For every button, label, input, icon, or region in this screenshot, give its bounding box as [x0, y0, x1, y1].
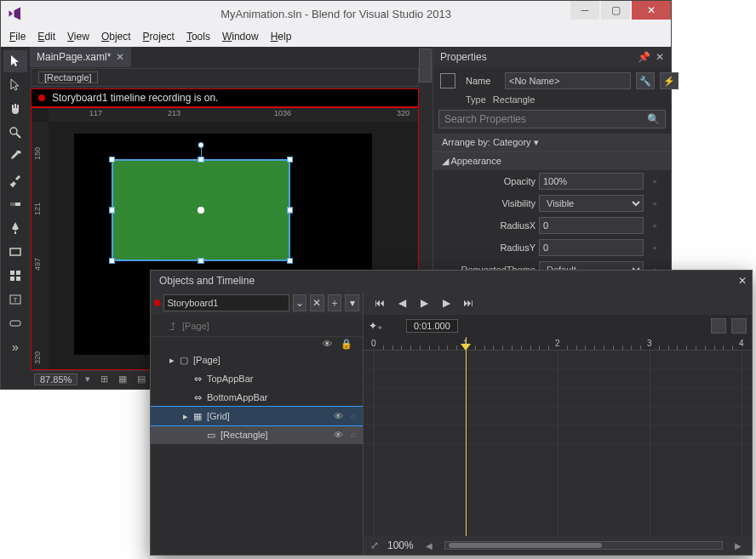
pen-tool-icon[interactable]: [3, 217, 27, 239]
maximize-button[interactable]: ▢: [601, 1, 630, 20]
pan-tool-icon[interactable]: [3, 98, 27, 120]
breadcrumb-item[interactable]: [Rectangle]: [38, 71, 98, 83]
timeline-close-icon[interactable]: ✕: [738, 275, 747, 287]
grid-icon[interactable]: ▦: [116, 374, 129, 385]
layout-tool-icon[interactable]: [3, 265, 27, 287]
titlebar[interactable]: MyAnimation.sln - Blend for Visual Studi…: [1, 1, 671, 26]
property-marker-icon[interactable]: ▫: [647, 176, 662, 186]
playhead-icon[interactable]: [461, 344, 471, 351]
resize-handle[interactable]: [287, 157, 293, 163]
timeline-expand-icon[interactable]: ⤢: [370, 539, 379, 551]
property-marker-icon[interactable]: ▫: [647, 198, 662, 208]
search-properties[interactable]: Search Properties 🔍: [438, 110, 666, 128]
scope-up-icon[interactable]: ⮥: [168, 321, 177, 331]
scrollbar-thumb[interactable]: [449, 543, 602, 548]
playhead-line[interactable]: [466, 337, 467, 536]
prev-frame-icon[interactable]: ◀: [392, 294, 411, 311]
center-point-icon[interactable]: [198, 207, 204, 214]
current-time[interactable]: 0:01.000: [406, 319, 458, 333]
resize-handle[interactable]: [109, 208, 115, 214]
goto-first-icon[interactable]: ⏮: [370, 294, 389, 311]
category-appearance[interactable]: ◢ Appearance: [433, 151, 671, 170]
arrange-by[interactable]: Arrange by: Category ▾: [433, 134, 671, 151]
track-row[interactable]: [364, 351, 752, 369]
scroll-left-icon[interactable]: ◀: [422, 541, 436, 550]
name-input[interactable]: [505, 72, 631, 89]
next-frame-icon[interactable]: ▶: [437, 294, 455, 311]
resize-handle[interactable]: [109, 157, 115, 163]
property-marker-icon[interactable]: ▫: [647, 220, 662, 231]
gradient-tool-icon[interactable]: [3, 193, 27, 215]
assets-tool-icon[interactable]: »: [3, 336, 27, 358]
radiusy-input[interactable]: [539, 239, 644, 256]
menu-window[interactable]: Window: [217, 29, 264, 44]
zoom-value[interactable]: 87.85%: [34, 374, 77, 385]
menu-view[interactable]: View: [62, 29, 94, 44]
menu-help[interactable]: Help: [266, 29, 297, 44]
scroll-right-icon[interactable]: ▶: [731, 541, 745, 550]
reset-name-icon[interactable]: 🔧: [636, 72, 655, 89]
rectangle-tool-icon[interactable]: [3, 241, 27, 263]
minimize-button[interactable]: ─: [570, 1, 599, 20]
tab-close-icon[interactable]: ✕: [116, 51, 124, 63]
events-icon[interactable]: ⚡: [660, 72, 679, 89]
play-icon[interactable]: ▶: [415, 294, 433, 311]
eyedropper-tool-icon[interactable]: [3, 145, 27, 168]
tree-row[interactable]: ⇔BottomAppBar: [151, 388, 363, 407]
zoom-tool-icon[interactable]: [3, 122, 27, 144]
menu-object[interactable]: Object: [96, 29, 136, 44]
storyboard-close-icon[interactable]: ✕: [310, 294, 324, 311]
menu-project[interactable]: Project: [138, 29, 180, 44]
tree-row[interactable]: ▸▦[Grid]👁○: [151, 407, 363, 425]
brush-tool-icon[interactable]: [3, 169, 27, 191]
resize-handle[interactable]: [109, 258, 115, 264]
eye-icon[interactable]: 👁: [334, 411, 343, 421]
timeline-tracks[interactable]: [364, 351, 752, 536]
storyboard-menu-icon[interactable]: ▾: [345, 294, 359, 311]
menu-file[interactable]: File: [4, 29, 31, 44]
selection-tool-icon[interactable]: [3, 50, 27, 72]
menu-tools[interactable]: Tools: [181, 29, 215, 44]
eye-column-icon[interactable]: 👁: [323, 339, 332, 349]
pin-icon[interactable]: 📌: [638, 51, 650, 63]
timeline-scrollbar[interactable]: [444, 541, 723, 550]
radiusx-input[interactable]: [539, 217, 644, 234]
snap-icon[interactable]: ▤: [135, 374, 148, 385]
eye-icon[interactable]: 👁: [334, 430, 343, 440]
storyboard-options-icon[interactable]: ⌄: [293, 294, 307, 311]
tree-row[interactable]: ▭[Rectangle]👁○: [151, 425, 363, 444]
property-marker-icon[interactable]: ▫: [647, 242, 662, 253]
document-tab[interactable]: MainPage.xaml* ✕: [30, 47, 131, 67]
expander-icon[interactable]: ▸: [180, 411, 192, 422]
timeline-ruler[interactable]: 01234: [364, 337, 752, 351]
track-row[interactable]: [364, 407, 752, 425]
storyboard-add-icon[interactable]: ＋: [328, 294, 342, 311]
goto-last-icon[interactable]: ⏭: [459, 294, 478, 311]
menu-edit[interactable]: Edit: [32, 29, 60, 44]
track-row[interactable]: [364, 425, 752, 444]
close-button[interactable]: ✕: [632, 1, 671, 20]
storyboard-name-input[interactable]: [163, 294, 289, 311]
keyframe-add-icon[interactable]: ✦₊: [369, 320, 382, 332]
record-indicator-icon[interactable]: ○: [350, 430, 356, 440]
resize-handle[interactable]: [287, 258, 293, 264]
opacity-input[interactable]: [539, 173, 644, 190]
visibility-select[interactable]: Visible: [539, 195, 644, 212]
options-icon[interactable]: [731, 318, 747, 334]
resize-handle[interactable]: [198, 258, 204, 264]
tree-row[interactable]: ⇔TopAppBar: [151, 369, 363, 388]
resize-handle[interactable]: [198, 157, 204, 163]
panel-close-icon[interactable]: ✕: [656, 51, 664, 63]
text-tool-icon[interactable]: T: [3, 288, 27, 311]
direct-select-tool-icon[interactable]: [3, 74, 27, 96]
fit-icon[interactable]: ⊞: [98, 374, 111, 385]
record-indicator-icon[interactable]: ○: [350, 411, 356, 421]
snap-toggle-icon[interactable]: [711, 318, 726, 334]
collapsed-panel-grip-icon[interactable]: [419, 48, 432, 83]
breadcrumb[interactable]: [Rectangle]: [31, 68, 419, 87]
timeline-zoom-value[interactable]: 100%: [387, 539, 414, 551]
expander-icon[interactable]: ▸: [166, 355, 178, 366]
track-row[interactable]: [364, 388, 752, 407]
zoom-dropdown-icon[interactable]: ▾: [83, 374, 93, 385]
lock-column-icon[interactable]: 🔒: [341, 339, 352, 350]
